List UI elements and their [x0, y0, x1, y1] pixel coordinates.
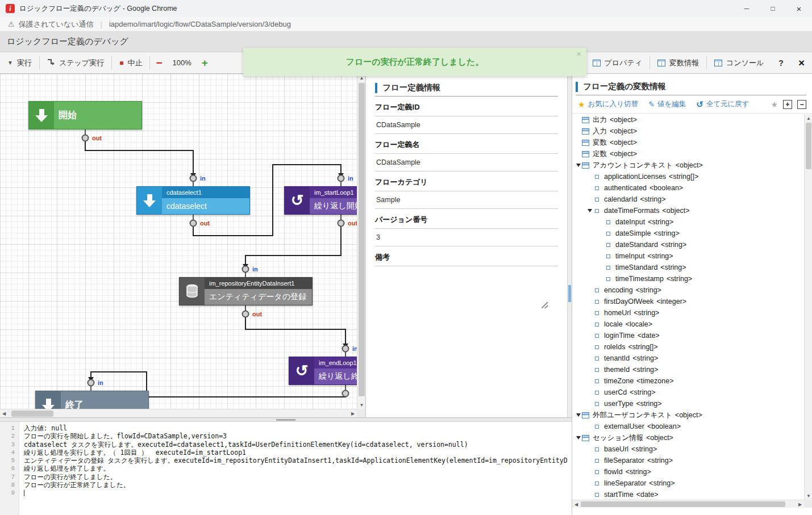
scrollbar-corner: [804, 500, 812, 508]
notification-close-icon[interactable]: ×: [576, 49, 581, 58]
zoom-out-button[interactable]: −: [150, 52, 168, 73]
favorite-filter-icon[interactable]: ★: [771, 100, 778, 109]
tree-item[interactable]: baseUrl<string>: [572, 443, 804, 455]
console-splitter[interactable]: [0, 417, 572, 422]
tree-item-label: timeInput: [615, 252, 644, 260]
scroll-down-arrow[interactable]: ▼: [357, 401, 366, 409]
expand-triangle-icon[interactable]: [574, 436, 582, 439]
tree-item[interactable]: timeInput<string>: [572, 250, 804, 262]
tree-item[interactable]: timeTimestamp<string>: [572, 273, 804, 284]
url-text[interactable]: iapdemo/imart/logic/flow/CDataSample/ver…: [109, 20, 291, 28]
tree-item[interactable]: セッション情報<object>: [572, 432, 804, 443]
tree-item[interactable]: externalUser<boolean>: [572, 421, 804, 432]
scroll-thumb[interactable]: [11, 411, 53, 417]
expand-triangle-icon[interactable]: [574, 164, 582, 167]
console-line-text: [24, 489, 572, 497]
tree-item[interactable]: loginTime<date>: [572, 330, 804, 341]
tree-item[interactable]: calendarId<string>: [572, 194, 804, 205]
expand-triangle-icon[interactable]: [574, 413, 582, 417]
tree-item[interactable]: fileSeparator<string>: [572, 455, 804, 466]
console-button[interactable]: コンソール: [707, 52, 771, 73]
minimize-button[interactable]: ─: [734, 0, 760, 17]
address-bar[interactable]: ⚠ 保護されていない通信 | iapdemo/imart/logic/flow/…: [0, 17, 812, 32]
node-end[interactable]: 終了: [35, 391, 149, 409]
tree-item[interactable]: 定数<object>: [572, 148, 804, 160]
expand-triangle-icon[interactable]: [586, 209, 593, 212]
scroll-left-arrow[interactable]: ◀: [572, 500, 580, 508]
scroll-up-arrow[interactable]: ▲: [805, 114, 812, 122]
revert-all-label: 全て元に戻す: [706, 99, 749, 109]
tree-item[interactable]: dateStandard<string>: [572, 239, 804, 250]
abort-button[interactable]: ■ 中止: [112, 52, 149, 73]
scroll-thumb[interactable]: [806, 123, 811, 169]
tree-item[interactable]: dateInput<string>: [572, 216, 804, 228]
tree-item-label: authenticated: [604, 184, 647, 192]
tree-item[interactable]: userCd<string>: [572, 387, 804, 398]
tree-item[interactable]: 入力<object>: [572, 125, 804, 137]
tree-item-label: セッション情報: [593, 433, 643, 443]
run-button[interactable]: ▼ 実行: [0, 52, 39, 73]
zoom-in-button[interactable]: +: [196, 52, 214, 73]
maximize-button[interactable]: □: [760, 0, 786, 17]
scroll-right-arrow[interactable]: ▶: [349, 409, 357, 417]
tree-item[interactable]: timeZone<timezone>: [572, 375, 804, 387]
help-button[interactable]: ?: [771, 52, 791, 73]
tree-item[interactable]: homeUrl<string>: [572, 307, 804, 319]
tree-item[interactable]: firstDayOfWeek<integer>: [572, 296, 804, 307]
close-debugger-button[interactable]: ×: [791, 52, 812, 73]
node-end-loop[interactable]: ↺ im_endLoop1 繰り返し終了: [289, 357, 357, 385]
splitter-grip[interactable]: [568, 285, 571, 302]
step-run-button[interactable]: ステップ実行: [40, 52, 111, 73]
node-entity-insert[interactable]: im_repositoryEntityDataInsert1 エンティティデータ…: [179, 277, 313, 305]
tree-item[interactable]: timeStandard<string>: [572, 262, 804, 273]
tree-item[interactable]: encoding<string>: [572, 284, 804, 296]
node-start[interactable]: 開始: [28, 101, 142, 129]
tree-item[interactable]: flowId<string>: [572, 466, 804, 478]
variable-icon: [595, 379, 599, 383]
scroll-thumb[interactable]: [359, 83, 365, 396]
expand-all-button[interactable]: +: [783, 100, 792, 109]
variable-icon: [595, 323, 599, 326]
scroll-thumb[interactable]: [581, 501, 785, 507]
console-line-text: エンティティデータの登録 タスクを実行します。executeId=im_repo…: [24, 457, 572, 464]
edit-value-button[interactable]: ✎ 値を編集: [648, 99, 686, 109]
favorite-toggle-button[interactable]: ★ お気に入り切替: [578, 99, 638, 109]
panel-splitter[interactable]: [567, 74, 572, 417]
tree-item[interactable]: roleIds<string[]>: [572, 341, 804, 353]
tree-item[interactable]: authenticated<boolean>: [572, 182, 804, 194]
tree-item[interactable]: lineSeparator<string>: [572, 478, 804, 489]
scroll-left-arrow[interactable]: ◀: [0, 409, 8, 417]
scroll-right-arrow[interactable]: ▶: [796, 500, 804, 508]
tree-item[interactable]: locale<locale>: [572, 319, 804, 330]
collapse-all-button[interactable]: −: [797, 100, 806, 109]
tree-item[interactable]: 外部ユーザコンテキスト<object>: [572, 409, 804, 421]
resize-grip[interactable]: [542, 302, 548, 308]
revert-all-button[interactable]: ↺ 全て元に戻す: [696, 99, 749, 110]
tree-item[interactable]: dateTimeFormats<object>: [572, 205, 804, 216]
console-output[interactable]: 入力値: nullフローの実行を開始しました。flowId=CDataSampl…: [19, 422, 572, 515]
tree-item[interactable]: dateSimple<string>: [572, 228, 804, 239]
close-button[interactable]: ×: [786, 0, 812, 17]
scroll-down-arrow[interactable]: ▼: [805, 492, 812, 500]
variable-icon: [606, 243, 610, 247]
tree-item[interactable]: tenantId<string>: [572, 353, 804, 364]
node-cdataselect[interactable]: cdataselect1 cdataselect: [136, 186, 250, 215]
line-number: 9: [0, 489, 19, 497]
tree-item[interactable]: applicationLicenses<string[]>: [572, 171, 804, 182]
tree-item[interactable]: アカウントコンテキスト<object>: [572, 160, 804, 171]
security-warning-icon[interactable]: ⚠: [8, 20, 15, 28]
flow-canvas[interactable]: out in out in out in out in in 開始 cdatas…: [0, 74, 357, 409]
tree-item[interactable]: themeId<string>: [572, 364, 804, 375]
variables-panel-header: フロー定義の変数情報: [576, 78, 806, 95]
tree-item[interactable]: userType<string>: [572, 398, 804, 409]
node-start-loop[interactable]: ↺ im_startLoop1 繰り返し開始: [284, 186, 357, 215]
tree-item[interactable]: 変数<object>: [572, 137, 804, 148]
security-label[interactable]: 保護されていない通信: [19, 19, 94, 30]
variables-button[interactable]: 変数情報: [650, 52, 706, 73]
properties-button[interactable]: プロパティ: [585, 52, 650, 73]
tree-item-label: userCd: [604, 388, 627, 396]
splitter-grip[interactable]: [276, 419, 295, 421]
tree-item[interactable]: 出力<object>: [572, 114, 804, 125]
app-icon: i: [6, 4, 15, 13]
tree-item[interactable]: startTime<date>: [572, 489, 804, 500]
